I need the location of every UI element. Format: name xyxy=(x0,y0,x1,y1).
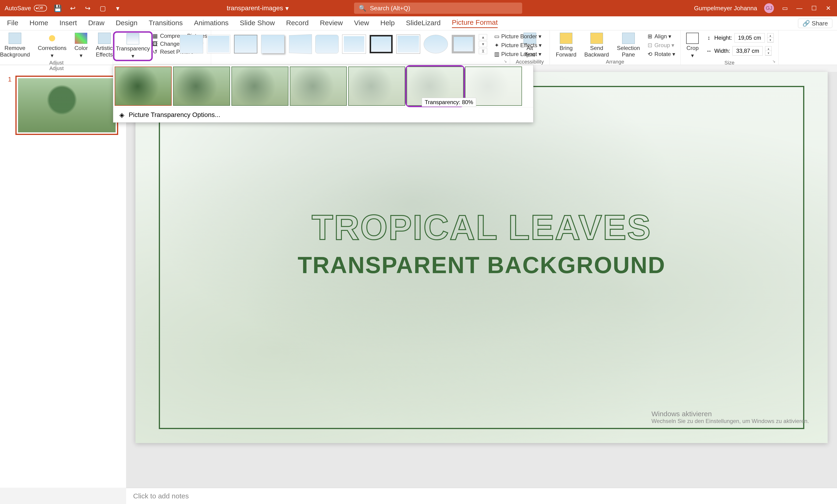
picture-border-button[interactable]: ▭Picture Border ▾ xyxy=(494,33,541,40)
group-icon: ⊡ xyxy=(647,42,653,48)
redo-icon[interactable]: ↪ xyxy=(84,4,92,12)
picture-transparency-options[interactable]: ◈ Picture Transparency Options... xyxy=(113,107,533,122)
tab-draw[interactable]: Draw xyxy=(88,19,104,28)
gallery-more-icon[interactable]: ⊻ xyxy=(479,48,487,54)
transparency-30[interactable] xyxy=(231,67,288,106)
ribbon-tabs: File Home Insert Draw Design Transitions… xyxy=(0,16,837,30)
windows-activation-watermark: Windows aktivieren Wechseln Sie zu den E… xyxy=(651,410,809,425)
slide-thumb-1[interactable]: 1 xyxy=(8,76,118,135)
picture-border-icon: ▭ xyxy=(494,33,500,39)
picture-effects-icon: ✦ xyxy=(494,42,500,48)
tab-home[interactable]: Home xyxy=(30,19,48,28)
start-from-beginning-icon[interactable]: ▢ xyxy=(99,4,107,12)
slide-number: 1 xyxy=(8,76,12,135)
tab-picture-format[interactable]: Picture Format xyxy=(452,18,498,28)
group-label-arrange: Arrange xyxy=(606,59,624,65)
autosave-toggle-group[interactable]: AutoSave ● Off xyxy=(5,5,47,12)
selection-pane-label: Selection Pane xyxy=(617,45,640,58)
selection-pane-button[interactable]: Selection Pane xyxy=(613,32,643,59)
bring-forward-button[interactable]: Bring Forward xyxy=(553,32,580,59)
doc-title-text: transparent-images xyxy=(227,4,283,12)
tab-transitions[interactable]: Transitions xyxy=(149,19,183,28)
slide-edit-area[interactable]: TROPICAL LEAVES TRANSPARENT BACKGROUND W… xyxy=(126,72,837,488)
transparency-50[interactable] xyxy=(290,67,347,106)
gallery-down-icon[interactable]: ▾ xyxy=(479,41,487,47)
slide-thumbnails-panel: 1 xyxy=(0,72,126,488)
chevron-down-icon: ▾ xyxy=(538,51,541,57)
height-spinner[interactable]: ▴▾ xyxy=(767,33,774,42)
crop-button[interactable]: Crop▾ xyxy=(683,32,702,60)
undo-icon[interactable]: ↩ xyxy=(69,4,77,12)
crop-label: Crop xyxy=(687,45,698,51)
ribbon-display-icon[interactable]: ▭ xyxy=(781,4,789,12)
transparency-15[interactable] xyxy=(173,67,230,106)
slide-title[interactable]: TROPICAL LEAVES xyxy=(136,207,827,248)
tab-slidelizard[interactable]: SlideLizard xyxy=(406,19,441,28)
rotate-button[interactable]: ⟲Rotate ▾ xyxy=(647,51,675,57)
align-button[interactable]: ⊞Align ▾ xyxy=(647,33,675,40)
corrections-button[interactable]: Corrections▾ xyxy=(35,32,70,60)
tab-record[interactable]: Record xyxy=(286,19,309,28)
style-double[interactable] xyxy=(342,35,366,53)
style-matte[interactable] xyxy=(207,35,230,53)
tab-design[interactable]: Design xyxy=(115,19,137,28)
maximize-icon[interactable]: ☐ xyxy=(810,4,818,12)
tab-help[interactable]: Help xyxy=(380,19,395,28)
color-button[interactable]: Color▾ xyxy=(71,32,91,60)
width-icon: ↔ xyxy=(706,48,712,54)
size-launcher-icon[interactable]: ↘ xyxy=(772,59,777,64)
transparency-65[interactable] xyxy=(348,67,405,106)
notes-pane[interactable]: Click to add notes xyxy=(126,488,837,504)
slide-thumbnail[interactable] xyxy=(15,76,118,135)
style-simple[interactable] xyxy=(180,35,203,53)
autosave-label: AutoSave xyxy=(5,5,31,12)
style-oval[interactable] xyxy=(424,35,448,53)
close-icon[interactable]: ✕ xyxy=(824,4,832,12)
chevron-down-icon: ▾ xyxy=(285,4,289,12)
transparency-0[interactable] xyxy=(115,67,172,106)
send-backward-button[interactable]: Send Backward xyxy=(581,32,612,59)
autosave-toggle[interactable]: ● Off xyxy=(34,5,47,12)
save-icon[interactable]: 💾 xyxy=(54,4,62,12)
chevron-down-icon: ▾ xyxy=(691,52,694,59)
slide-thumb-image xyxy=(18,78,115,132)
picture-styles-gallery[interactable]: ▴ ▾ ⊻ xyxy=(177,32,490,56)
avatar[interactable]: GJ xyxy=(764,3,774,14)
height-input[interactable] xyxy=(734,33,765,42)
height-label: Height: xyxy=(714,35,732,41)
document-title[interactable]: transparent-images ▾ xyxy=(227,4,289,12)
share-button[interactable]: 🔗 Share xyxy=(798,19,832,28)
tab-file[interactable]: File xyxy=(7,19,18,28)
transparency-button-wrap: Transparency ▾ xyxy=(113,31,153,61)
slide-canvas[interactable]: TROPICAL LEAVES TRANSPARENT BACKGROUND W… xyxy=(136,72,827,443)
picture-effects-button[interactable]: ✦Picture Effects ▾ xyxy=(494,42,541,49)
style-soft[interactable] xyxy=(315,35,339,53)
minimize-icon[interactable]: — xyxy=(796,4,803,12)
artistic-effects-button[interactable]: Artistic Effects xyxy=(92,32,116,59)
watermark-line1: Windows aktivieren xyxy=(651,410,809,418)
autosave-state: Off xyxy=(38,6,43,10)
transparency-button[interactable]: Transparency ▾ xyxy=(113,31,153,61)
tab-view[interactable]: View xyxy=(354,19,369,28)
width-input[interactable] xyxy=(732,46,763,56)
transparency-80[interactable]: Transparency: 80% xyxy=(407,67,464,106)
tab-review[interactable]: Review xyxy=(320,19,343,28)
width-spinner[interactable]: ▴▾ xyxy=(765,46,772,56)
gallery-up-icon[interactable]: ▴ xyxy=(479,34,487,40)
slide-subtitle[interactable]: TRANSPARENT BACKGROUND xyxy=(136,252,827,278)
styles-launcher-icon[interactable]: ↘ xyxy=(504,59,509,64)
style-bevel[interactable] xyxy=(452,35,475,53)
qat-customize-icon[interactable]: ▾ xyxy=(114,4,122,12)
tab-insert[interactable]: Insert xyxy=(59,19,77,28)
tab-animations[interactable]: Animations xyxy=(194,19,228,28)
style-compound[interactable] xyxy=(396,35,420,53)
style-metal[interactable] xyxy=(234,35,257,53)
gallery-scroll: ▴ ▾ ⊻ xyxy=(479,34,487,55)
picture-layout-button[interactable]: ▥Picture Layout ▾ xyxy=(494,51,541,57)
style-reflect[interactable] xyxy=(289,34,312,54)
style-shadow[interactable] xyxy=(261,35,284,53)
search-input[interactable]: 🔍 Search (Alt+Q) xyxy=(354,3,522,14)
tab-slideshow[interactable]: Slide Show xyxy=(240,19,275,28)
remove-background-button[interactable]: Remove Background xyxy=(0,32,33,59)
style-thick[interactable] xyxy=(370,35,393,53)
